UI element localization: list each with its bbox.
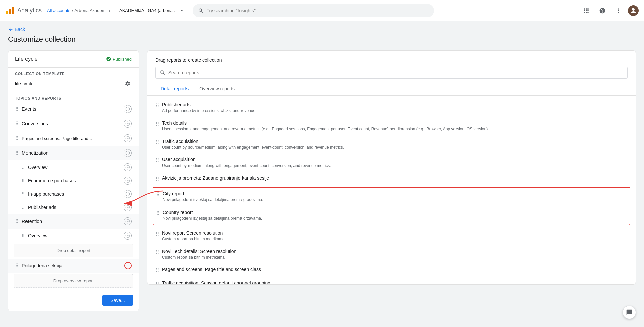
- app-title: Analytics: [17, 7, 42, 14]
- report-item-tech-details[interactable]: ⠿ Tech details Users, sessions, and enga…: [147, 117, 636, 135]
- report-item-city[interactable]: ⠿ City report Novi prilagođeni izvještaj…: [153, 188, 630, 206]
- custom-section-label: Prilagođena sekcija: [22, 263, 122, 268]
- search-input[interactable]: [207, 8, 429, 13]
- help-button[interactable]: [596, 4, 609, 17]
- remove-conversions-btn[interactable]: [124, 120, 132, 128]
- report-name: Traffic acquisition: [162, 139, 628, 144]
- right-panel-header: Drag reports to create collection Detail…: [147, 51, 636, 96]
- drop-overview-label: Drop overview report: [53, 278, 94, 283]
- save-button[interactable]: Save...: [102, 295, 133, 306]
- drop-detail-zone[interactable]: Drop detail report: [14, 244, 133, 257]
- list-item: ⠿ Publisher ads: [8, 201, 139, 214]
- section-label: Monetization: [22, 150, 121, 156]
- remove-overview-btn[interactable]: [124, 163, 132, 171]
- red-circle-indicator: [124, 262, 132, 269]
- item-label: Ecommerce purchases: [28, 178, 121, 183]
- report-desc: Custom report sa bitnim metrikama.: [162, 236, 628, 242]
- drag-handle-icon: ⠿: [15, 121, 19, 127]
- report-item-pages-screens[interactable]: ⠿ Pages and screens: Page title and scre…: [147, 263, 636, 277]
- report-item-screen-res[interactable]: ⠿ Novi report Screen resolution Custom r…: [147, 227, 636, 245]
- custom-section: ⠿ Prilagođena sekcija Drop overview repo…: [8, 259, 139, 289]
- report-desc: Novi prilagođeni izvještaj sa detaljima …: [163, 216, 627, 221]
- list-item: ⠿ Overview: [8, 160, 139, 174]
- remove-retention-overview-btn[interactable]: [124, 232, 132, 240]
- remove-pubads-btn[interactable]: [124, 203, 132, 211]
- item-label: Pages and screens: Page title and...: [22, 136, 121, 141]
- collection-template-label: COLLECTION TEMPLATE: [8, 68, 139, 77]
- tab-overview-reports[interactable]: Overview reports: [194, 83, 240, 95]
- report-item-traffic-acquisition[interactable]: ⠿ Traffic acquisition User count by sour…: [147, 135, 636, 154]
- chat-icon: [626, 309, 633, 316]
- published-label: Published: [113, 57, 132, 62]
- check-circle-icon: [106, 56, 111, 62]
- remove-events-btn[interactable]: [124, 105, 132, 113]
- retention-section: ⠿ Retention: [8, 214, 139, 229]
- report-name: Pages and screens: Page title and screen…: [162, 267, 628, 272]
- report-name: Traffic acquisition: Session default cha…: [162, 280, 628, 284]
- page-title: Customize collection: [8, 35, 636, 44]
- drag-handle-icon: ⠿: [22, 233, 25, 238]
- panel-header: Life cycle Published: [8, 51, 139, 68]
- report-item-publisher-ads[interactable]: ⠿ Publisher ads Ad performance by impres…: [147, 99, 636, 117]
- list-item: ⠿ Conversions: [8, 116, 139, 131]
- back-nav[interactable]: Back: [8, 21, 636, 35]
- list-item: ⠿ Overview: [8, 229, 139, 242]
- report-name: City report: [163, 191, 627, 196]
- apps-button[interactable]: [580, 4, 593, 17]
- drag-handle-icon: ⠿: [155, 230, 159, 237]
- report-name: Country report: [163, 210, 627, 215]
- analytics-logo-icon: [5, 6, 15, 15]
- panel-title: Life cycle: [15, 56, 38, 62]
- report-item-traffic-session[interactable]: ⠿ Traffic acquisition: Session default c…: [147, 277, 636, 284]
- report-name: Novi Tech details: Screen resolution: [162, 249, 628, 254]
- remove-pages-btn[interactable]: [124, 134, 132, 142]
- report-desc: Users, sessions, and engagement and reve…: [162, 126, 628, 132]
- search-bar[interactable]: [193, 4, 434, 17]
- report-item-user-acquisition[interactable]: ⠿ User acquisition User count by medium,…: [147, 153, 636, 172]
- drag-handle-icon: ⠿: [15, 150, 19, 156]
- report-item-country[interactable]: ⠿ Country report Novi prilagođeni izvješ…: [153, 206, 630, 225]
- report-name: User acquisition: [162, 157, 628, 162]
- drop-overview-zone[interactable]: Drop overview report: [14, 274, 133, 288]
- drag-handle-icon: ⠿: [155, 280, 159, 284]
- back-label: Back: [15, 27, 25, 32]
- template-name: life-cycle: [15, 81, 33, 86]
- account-selector[interactable]: AKADEMIJA - GA4 (arbona-...: [119, 8, 184, 13]
- report-desc: Custom report sa bitnim metrikama.: [162, 255, 628, 260]
- tab-detail-reports[interactable]: Detail reports: [155, 83, 194, 95]
- panel-footer: Save...: [8, 289, 139, 311]
- drag-handle-icon: ⠿: [155, 267, 159, 274]
- avatar[interactable]: [628, 5, 639, 16]
- drag-handle-icon: ⠿: [155, 102, 159, 109]
- custom-section-header: ⠿ Prilagođena sekcija: [8, 259, 139, 273]
- remove-monetization-btn[interactable]: [124, 149, 132, 157]
- list-item: ⠿ Events: [8, 102, 139, 116]
- search-icon: [198, 8, 204, 14]
- back-arrow-icon: [8, 27, 13, 32]
- monetization-section: ⠿ Monetization: [8, 146, 139, 160]
- remove-ecommerce-btn[interactable]: [124, 177, 132, 185]
- remove-inapp-btn[interactable]: [124, 190, 132, 198]
- drag-handle-icon: ⠿: [155, 175, 159, 182]
- item-label: Publisher ads: [28, 205, 121, 210]
- search-reports-icon: [160, 70, 166, 76]
- report-item-akvizicija[interactable]: ⠿ Akvizicija prometa: Zadano grupiranje …: [147, 172, 636, 186]
- search-reports-input[interactable]: [168, 70, 623, 75]
- report-name: Publisher ads: [162, 102, 628, 107]
- template-settings-btn[interactable]: [124, 80, 132, 88]
- chat-bubble-button[interactable]: [623, 306, 636, 319]
- list-item: ⠿ In-app purchases: [8, 187, 139, 201]
- report-name: Tech details: [162, 120, 628, 126]
- remove-retention-btn[interactable]: [124, 217, 132, 225]
- drag-handle-icon: ⠿: [15, 263, 19, 269]
- breadcrumb-all[interactable]: All accounts: [47, 8, 70, 13]
- topics-label: TOPICS AND REPORTS: [8, 92, 139, 102]
- more-vert-button[interactable]: [612, 4, 625, 17]
- left-panel: Life cycle Published COLLECTION TEMPLATE…: [8, 50, 139, 311]
- account-nav: All accounts › Arbona Akademija: [47, 8, 114, 13]
- left-scroll[interactable]: ⠿ Events ⠿ Conversions ⠿ P: [8, 102, 139, 289]
- search-reports-bar[interactable]: [155, 67, 628, 79]
- highlighted-reports-box: ⠿ City report Novi prilagođeni izvještaj…: [153, 187, 630, 225]
- report-item-novi-tech[interactable]: ⠿ Novi Tech details: Screen resolution C…: [147, 245, 636, 264]
- panels-container: Life cycle Published COLLECTION TEMPLATE…: [8, 50, 636, 311]
